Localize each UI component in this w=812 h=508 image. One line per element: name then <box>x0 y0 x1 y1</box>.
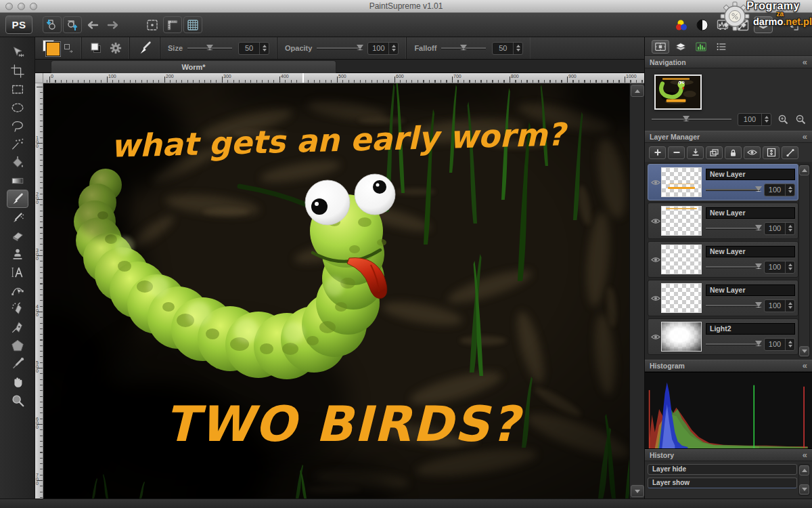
toggle-visibility-button[interactable] <box>744 146 761 159</box>
layer-row[interactable]: New Layer 100 <box>648 241 798 278</box>
ellipse-select-tool[interactable] <box>7 98 28 117</box>
active-brush-icon[interactable] <box>137 41 152 56</box>
opacity-slider[interactable] <box>317 47 361 49</box>
scroll-down-button[interactable] <box>631 485 644 497</box>
undo-button[interactable] <box>83 16 102 33</box>
brush-settings-gear-icon[interactable] <box>110 42 122 54</box>
layer-row[interactable]: New Layer 100 <box>648 164 798 200</box>
history-scrollbar[interactable] <box>798 464 810 496</box>
selection-options-button[interactable] <box>143 16 162 33</box>
panel-tab-history[interactable] <box>713 40 730 54</box>
import-button[interactable] <box>43 16 62 33</box>
panel-tab-navigation[interactable] <box>652 40 669 54</box>
scroll-up-button[interactable] <box>799 465 809 475</box>
history-item[interactable]: Layer show <box>648 478 797 488</box>
layer-list-scrollbar[interactable] <box>798 164 810 358</box>
panel-tab-layers[interactable] <box>672 40 690 54</box>
levels-button[interactable] <box>713 16 732 33</box>
grid-toggle-button[interactable] <box>183 16 202 33</box>
layer-opacity-slider[interactable] <box>706 189 760 191</box>
eraser-tool[interactable] <box>7 226 28 245</box>
layer-name[interactable]: New Layer <box>706 207 795 219</box>
falloff-stepper[interactable]: 50 <box>492 42 523 55</box>
panel-tab-histogram[interactable] <box>692 40 710 54</box>
layer-opacity-stepper[interactable]: 100 <box>764 222 795 235</box>
pen-tool[interactable] <box>7 318 28 336</box>
collapse-icon[interactable]: « <box>803 133 807 140</box>
swap-colors-icon[interactable] <box>64 43 74 54</box>
layer-visibility-toggle[interactable] <box>651 179 661 186</box>
layer-visibility-toggle[interactable] <box>651 218 661 224</box>
navigation-zoom-stepper[interactable]: 100 <box>738 113 771 126</box>
lasso-tool[interactable] <box>7 117 28 135</box>
curves-button[interactable] <box>734 16 752 33</box>
layer-visibility-toggle[interactable] <box>651 257 661 263</box>
opacity-stepper[interactable]: 100 <box>367 42 399 55</box>
layer-properties-button[interactable] <box>763 146 780 159</box>
scroll-up-button[interactable] <box>631 85 644 97</box>
crop-tool[interactable] <box>7 62 28 80</box>
stamp-tool[interactable] <box>7 245 28 263</box>
layer-name[interactable]: New Layer <box>706 284 795 296</box>
history-item[interactable]: Layer hide <box>648 464 797 475</box>
navigation-thumbnail[interactable] <box>654 75 702 110</box>
layer-opacity-stepper[interactable]: 100 <box>764 299 795 312</box>
layer-opacity-slider[interactable] <box>706 305 760 307</box>
scroll-down-button[interactable] <box>799 484 809 494</box>
layer-opacity-slider[interactable] <box>706 266 760 268</box>
layer-visibility-toggle[interactable] <box>651 334 661 340</box>
layer-opacity-stepper[interactable]: 100 <box>764 184 795 196</box>
layer-opacity-slider[interactable] <box>706 343 760 345</box>
layer-opacity-stepper[interactable]: 100 <box>764 261 795 274</box>
collapse-icon[interactable]: « <box>803 59 807 66</box>
move-tool[interactable] <box>7 43 28 62</box>
layer-opacity-stepper[interactable]: 100 <box>764 338 795 351</box>
color-balance-button[interactable] <box>673 16 692 33</box>
add-layer-button[interactable] <box>649 146 666 159</box>
zoom-in-button[interactable] <box>777 114 789 125</box>
pen-add-tool[interactable] <box>7 299 28 318</box>
falloff-slider[interactable] <box>441 47 486 49</box>
layer-row[interactable]: Light2 100 <box>648 318 798 355</box>
histogram-header[interactable]: Histogram« <box>645 360 812 372</box>
document-tab[interactable]: Worm* <box>51 60 336 73</box>
zoom-out-button[interactable] <box>795 114 807 125</box>
link-layers-button[interactable] <box>782 146 798 159</box>
navigation-header[interactable]: Navigation« <box>645 56 812 68</box>
duplicate-layer-button[interactable] <box>706 146 723 159</box>
gradient-tool[interactable] <box>7 171 28 190</box>
brush-tool[interactable] <box>7 190 28 208</box>
color-picker-tool[interactable] <box>7 354 28 373</box>
layer-manager-header[interactable]: Layer Manager« <box>645 131 812 143</box>
canvas-vertical-scrollbar[interactable] <box>629 83 644 499</box>
layer-name[interactable]: New Layer <box>706 169 795 180</box>
layer-name[interactable]: New Layer <box>706 246 795 257</box>
rect-select-tool[interactable] <box>7 80 28 98</box>
polygon-tool[interactable] <box>7 336 28 354</box>
layer-name[interactable]: Light2 <box>706 323 795 335</box>
collapse-icon[interactable]: « <box>803 362 807 369</box>
default-colors-icon[interactable] <box>89 41 103 55</box>
layer-row[interactable]: New Layer 100 <box>648 203 798 239</box>
export-button[interactable] <box>63 16 82 33</box>
navigation-zoom-slider[interactable] <box>652 119 731 121</box>
merge-down-button[interactable] <box>687 146 704 159</box>
contrast-button[interactable] <box>693 16 712 33</box>
rulers-toggle-button[interactable] <box>163 16 182 33</box>
scroll-down-button[interactable] <box>799 346 809 356</box>
layer-row[interactable]: New Layer 100 <box>648 280 798 316</box>
fill-tool[interactable] <box>7 153 28 171</box>
foreground-color-swatch[interactable] <box>46 42 60 56</box>
history-header[interactable]: History« <box>645 449 812 461</box>
lock-layer-button[interactable] <box>725 146 742 159</box>
remove-layer-button[interactable] <box>668 146 685 159</box>
magic-wand-tool[interactable] <box>7 135 28 153</box>
airbrush-tool[interactable] <box>7 208 28 226</box>
transform-button[interactable] <box>784 16 803 33</box>
hand-tool[interactable] <box>7 373 28 391</box>
size-stepper[interactable]: 50 <box>238 42 269 55</box>
scroll-up-button[interactable] <box>799 165 809 175</box>
layers-panel-button[interactable] <box>754 16 773 33</box>
size-slider[interactable] <box>187 47 232 49</box>
zoom-tool[interactable] <box>7 391 28 409</box>
